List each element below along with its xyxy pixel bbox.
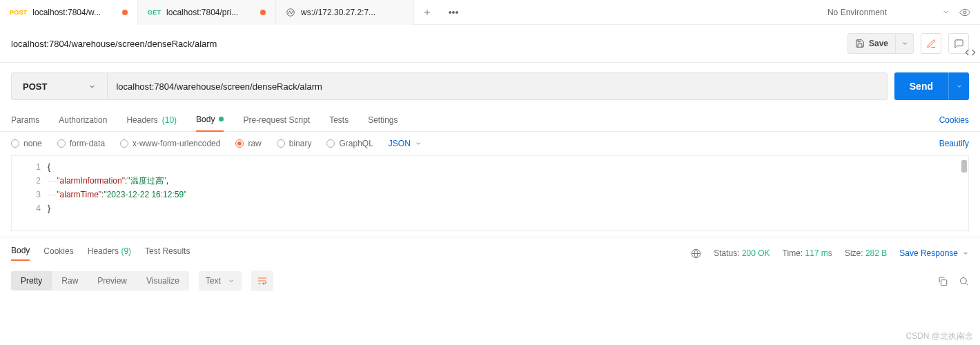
status-block: Status: 200 OK bbox=[714, 248, 770, 258]
watermark: CSDN @北执南念 bbox=[905, 331, 973, 342]
method-select[interactable]: POST bbox=[11, 72, 108, 100]
tab-authorization[interactable]: Authorization bbox=[59, 108, 107, 132]
view-preview[interactable]: Preview bbox=[88, 271, 137, 290]
save-response-link[interactable]: Save Response bbox=[899, 248, 969, 258]
response-header: Body Cookies Headers (9) Test Results St… bbox=[0, 237, 980, 266]
wrap-lines-button[interactable] bbox=[251, 270, 273, 291]
view-visualize[interactable]: Visualize bbox=[137, 271, 189, 290]
method-tag-get: GET bbox=[148, 9, 161, 16]
radio-label: GraphQL bbox=[339, 139, 373, 148]
tab-headers-label: Headers bbox=[126, 115, 157, 125]
svg-point-1 bbox=[963, 11, 966, 14]
radio-label: x-www-form-urlencoded bbox=[133, 139, 220, 148]
response-tools-right bbox=[937, 276, 969, 286]
tab-settings[interactable]: Settings bbox=[368, 108, 398, 132]
tab-title: ws://172.30.27.2:7... bbox=[301, 8, 404, 17]
save-label: Save bbox=[869, 39, 888, 48]
body-language-select[interactable]: JSON bbox=[389, 139, 422, 148]
radio-label: none bbox=[23, 139, 42, 148]
size-block: Size: 282 B bbox=[845, 248, 887, 258]
body-language-label: JSON bbox=[389, 139, 411, 148]
radio-icon bbox=[120, 139, 128, 148]
request-tab-1[interactable]: POST localhost:7804/w... bbox=[0, 0, 138, 25]
response-tab-cookies[interactable]: Cookies bbox=[43, 246, 73, 260]
headers-count: (10) bbox=[162, 115, 177, 125]
tab-bar: POST localhost:7804/w... GET localhost:7… bbox=[0, 0, 980, 25]
response-headers-count: (9) bbox=[121, 246, 131, 256]
time-block: Time: 117 ms bbox=[783, 248, 832, 258]
new-tab-button[interactable] bbox=[414, 0, 440, 25]
method-label: POST bbox=[23, 81, 47, 92]
unsaved-dot-icon bbox=[260, 10, 266, 15]
beautify-link[interactable]: Beautify bbox=[939, 139, 969, 148]
radio-icon bbox=[235, 139, 244, 148]
request-subtabs: Params Authorization Headers (10) Body P… bbox=[0, 108, 980, 132]
radio-icon bbox=[277, 139, 285, 148]
environment-select[interactable]: No Environment bbox=[827, 8, 950, 17]
response-view-row: Pretty Raw Preview Visualize Text bbox=[0, 266, 980, 295]
body-radio-raw[interactable]: raw bbox=[235, 139, 261, 148]
view-mode-toggle: Pretty Raw Preview Visualize bbox=[11, 271, 189, 290]
url-input[interactable] bbox=[108, 72, 887, 100]
response-tab-testresults[interactable]: Test Results bbox=[145, 246, 190, 260]
body-editor[interactable]: 1 2 3 4 { ····"alarmInformation":"温度过高",… bbox=[11, 155, 969, 231]
copy-icon[interactable] bbox=[937, 276, 948, 286]
request-title: localhost:7804/warehouse/screen/denseRac… bbox=[11, 39, 217, 49]
request-url-row: POST Send bbox=[0, 63, 980, 108]
radio-icon bbox=[57, 139, 66, 148]
chevron-down-icon bbox=[88, 83, 96, 90]
environment-label: No Environment bbox=[827, 8, 887, 17]
search-icon[interactable] bbox=[959, 276, 969, 286]
chevron-down-icon bbox=[942, 8, 950, 16]
radio-label: raw bbox=[248, 139, 261, 148]
request-tab-3[interactable]: ws://172.30.27.2:7... bbox=[276, 0, 414, 25]
body-radio-xwww[interactable]: x-www-form-urlencoded bbox=[120, 139, 220, 148]
tab-title: localhost:7804/w... bbox=[32, 8, 117, 17]
radio-label: binary bbox=[289, 139, 312, 148]
title-actions: Save bbox=[847, 33, 969, 54]
cookies-link[interactable]: Cookies bbox=[939, 115, 969, 125]
save-dropdown[interactable] bbox=[895, 34, 913, 53]
body-type-row: none form-data x-www-form-urlencoded raw… bbox=[0, 132, 980, 155]
request-title-row: localhost:7804/warehouse/screen/denseRac… bbox=[0, 25, 980, 63]
send-button[interactable]: Send bbox=[894, 72, 969, 100]
body-radio-none[interactable]: none bbox=[11, 139, 42, 148]
response-tab-headers[interactable]: Headers (9) bbox=[88, 246, 131, 260]
globe-icon[interactable] bbox=[691, 248, 701, 259]
tab-body[interactable]: Body bbox=[196, 108, 224, 132]
websocket-icon bbox=[286, 8, 295, 17]
radio-icon bbox=[11, 139, 19, 148]
body-radio-binary[interactable]: binary bbox=[277, 139, 312, 148]
send-label: Send bbox=[894, 81, 948, 92]
request-tab-2[interactable]: GET localhost:7804/pri... bbox=[138, 0, 276, 25]
tab-tests[interactable]: Tests bbox=[329, 108, 349, 132]
response-tab-body[interactable]: Body bbox=[11, 246, 30, 261]
edit-button[interactable] bbox=[921, 33, 941, 54]
code-content: { ····"alarmInformation":"温度过高", ····"al… bbox=[48, 156, 186, 230]
view-raw[interactable]: Raw bbox=[52, 271, 88, 290]
line-gutter: 1 2 3 4 bbox=[12, 156, 48, 230]
body-radio-graphql[interactable]: GraphQL bbox=[326, 139, 373, 148]
chevron-down-icon bbox=[228, 277, 235, 284]
radio-icon bbox=[326, 139, 335, 148]
svg-rect-3 bbox=[941, 279, 947, 285]
tab-params[interactable]: Params bbox=[11, 108, 39, 132]
view-pretty[interactable]: Pretty bbox=[11, 271, 52, 290]
radio-label: form-data bbox=[70, 139, 105, 148]
method-tag-post: POST bbox=[10, 9, 27, 16]
body-radio-formdata[interactable]: form-data bbox=[57, 139, 105, 148]
send-dropdown[interactable] bbox=[948, 72, 969, 100]
scrollbar-thumb[interactable] bbox=[961, 160, 967, 172]
save-button[interactable]: Save bbox=[847, 33, 914, 54]
tab-prerequest[interactable]: Pre-request Script bbox=[243, 108, 310, 132]
environment-quicklook-icon[interactable] bbox=[959, 7, 970, 18]
response-format-select[interactable]: Text bbox=[199, 271, 242, 290]
response-headers-label: Headers bbox=[88, 246, 119, 256]
tab-title: localhost:7804/pri... bbox=[166, 8, 255, 17]
tab-headers[interactable]: Headers (10) bbox=[126, 108, 177, 132]
response-meta: Status: 200 OK Time: 117 ms Size: 282 B … bbox=[691, 248, 969, 259]
tab-body-label: Body bbox=[196, 115, 215, 124]
code-panel-icon[interactable] bbox=[965, 47, 976, 58]
tab-overflow-button[interactable]: ••• bbox=[440, 0, 467, 25]
top-right-tools: No Environment bbox=[827, 0, 980, 25]
